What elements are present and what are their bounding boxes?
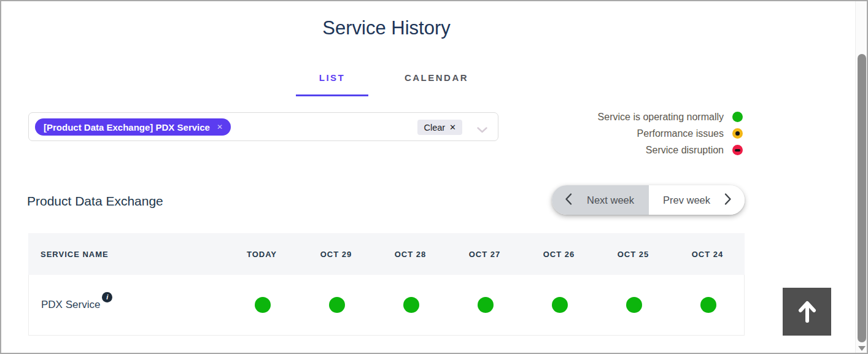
prev-week-label: Prev week (649, 194, 724, 206)
col-header-date: OCT 28 (373, 250, 448, 259)
status-dot (552, 297, 568, 313)
clear-button[interactable]: Clear ✕ (417, 120, 462, 135)
legend-label: Performance issues (637, 128, 724, 139)
next-week-label: Next week (572, 194, 649, 206)
scrollbar[interactable] (855, 1, 867, 353)
service-name-cell: PDX Service i (29, 299, 225, 311)
status-cell-oct-26 (522, 297, 597, 313)
chevron-left-icon (565, 193, 572, 207)
status-cell-oct-28 (374, 297, 448, 313)
warning-inner-dot (735, 131, 740, 136)
status-cell-oct-27 (448, 297, 522, 313)
col-header-date: OCT 24 (670, 250, 745, 259)
status-cell-today (225, 297, 300, 313)
page-title: Service History (28, 17, 745, 39)
status-normal-icon (732, 112, 743, 122)
status-dot (700, 297, 716, 313)
col-header-date: OCT 29 (299, 250, 373, 259)
status-cell-oct-24 (671, 297, 745, 313)
scrollbar-thumb[interactable] (858, 54, 866, 342)
status-dot (255, 297, 271, 313)
section-title: Product Data Exchange (27, 194, 163, 209)
next-week-button[interactable]: Next week (552, 185, 649, 215)
clear-button-label: Clear (424, 123, 445, 133)
legend-item-warning: Performance issues (523, 125, 743, 142)
status-legend: Service is operating normally Performanc… (523, 109, 743, 158)
chip-remove-icon[interactable]: ✕ (217, 123, 223, 131)
status-cell-oct-29 (300, 297, 374, 313)
table-header-row: SERVICE NAME TODAY OCT 29 OCT 28 OCT 27 … (28, 233, 745, 275)
status-disruption-icon (732, 145, 743, 155)
col-header-date: OCT 25 (596, 250, 670, 259)
status-warning-icon (732, 128, 743, 139)
status-dot (329, 297, 345, 313)
scroll-to-top-button[interactable] (783, 288, 831, 336)
status-dot (478, 297, 494, 313)
table-row: PDX Service i (28, 275, 745, 336)
chevron-right-icon (724, 193, 732, 207)
col-header-service-name: SERVICE NAME (28, 250, 225, 259)
active-tab-underline (296, 94, 368, 96)
filter-chip[interactable]: [Product Data Exchange] PDX Service ✕ (35, 118, 231, 136)
prev-week-button[interactable]: Prev week (649, 185, 745, 215)
info-icon[interactable]: i (102, 292, 112, 302)
arrow-up-icon (796, 299, 818, 325)
col-header-date: OCT 26 (522, 250, 596, 259)
legend-label: Service is operating normally (598, 112, 724, 123)
filter-chip-label: [Product Data Exchange] PDX Service (44, 122, 210, 133)
legend-label: Service disruption (646, 145, 724, 156)
scrollbar-down-arrow-icon[interactable] (858, 346, 866, 351)
service-name: PDX Service (41, 299, 100, 311)
service-filter-input[interactable]: [Product Data Exchange] PDX Service ✕ Cl… (28, 112, 498, 141)
status-dot (626, 297, 642, 313)
legend-item-normal: Service is operating normally (523, 109, 743, 125)
col-header-today: TODAY (225, 250, 299, 259)
tab-calendar[interactable]: CALENDAR (390, 72, 482, 83)
service-history-table: SERVICE NAME TODAY OCT 29 OCT 28 OCT 27 … (28, 233, 745, 336)
status-cell-oct-25 (597, 297, 671, 313)
clear-x-icon: ✕ (449, 123, 456, 132)
tab-list[interactable]: LIST (296, 72, 368, 83)
chevron-down-icon[interactable] (477, 125, 487, 136)
legend-item-disruption: Service disruption (523, 142, 743, 158)
status-dot (403, 297, 419, 313)
col-header-date: OCT 27 (448, 250, 522, 259)
service-history-page: Service History LIST CALENDAR [Product D… (0, 0, 868, 354)
week-navigation: Next week Prev week (552, 185, 745, 215)
disruption-inner-bar (735, 149, 740, 152)
